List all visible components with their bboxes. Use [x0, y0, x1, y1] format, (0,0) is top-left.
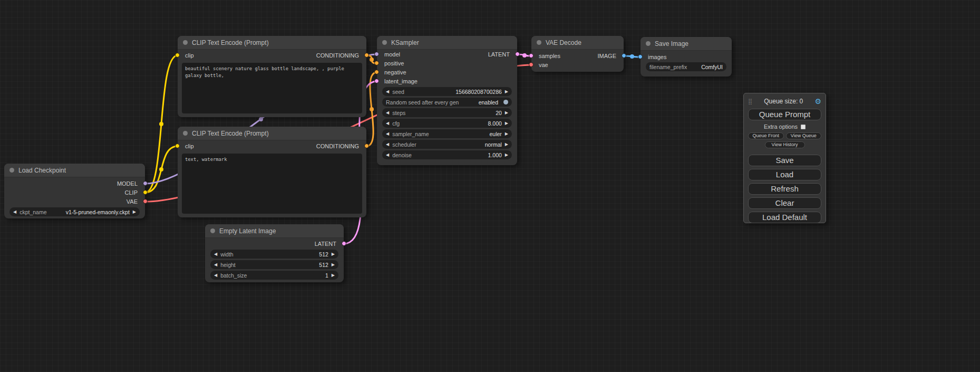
port-samples-input[interactable]: [529, 53, 533, 58]
port-vae-input[interactable]: [529, 62, 533, 67]
node-title-bar[interactable]: Load Checkpoint: [4, 164, 145, 177]
port-negative-input[interactable]: [374, 70, 379, 74]
node-title-bar[interactable]: VAE Decode: [531, 36, 624, 50]
increment-arrow-icon[interactable]: ▶: [505, 153, 508, 157]
steps-widget[interactable]: ◀ steps 20 ▶: [382, 108, 512, 117]
queue-prompt-button[interactable]: Queue Prompt: [748, 109, 821, 120]
port-conditioning-output[interactable]: [364, 53, 369, 58]
port-positive-input[interactable]: [374, 61, 379, 65]
decrement-arrow-icon[interactable]: ◀: [214, 263, 217, 267]
increment-arrow-icon[interactable]: ▶: [505, 132, 508, 136]
decrement-arrow-icon[interactable]: ◀: [386, 111, 389, 115]
node-clip-text-encode-positive[interactable]: CLIP Text Encode (Prompt) clip CONDITION…: [178, 36, 366, 117]
drag-handle-icon[interactable]: ⣿: [748, 98, 752, 105]
node-title-bar[interactable]: CLIP Text Encode (Prompt): [178, 127, 366, 140]
increment-arrow-icon[interactable]: ▶: [133, 210, 136, 214]
node-status-dot[interactable]: [9, 168, 14, 173]
denoise-widget[interactable]: ◀ denoise 1.000 ▶: [382, 150, 512, 159]
save-button[interactable]: Save: [748, 155, 821, 166]
widget-label: width: [220, 251, 234, 257]
node-title-bar[interactable]: KSampler: [377, 36, 517, 50]
node-title-bar[interactable]: CLIP Text Encode (Prompt): [178, 36, 366, 50]
node-title-bar[interactable]: Save Image: [641, 37, 732, 51]
output-slot-label-conditioning: CONDITIONING: [316, 143, 359, 149]
view-history-button[interactable]: View History: [765, 141, 805, 148]
increment-arrow-icon[interactable]: ▶: [505, 90, 508, 94]
decrement-arrow-icon[interactable]: ◀: [13, 210, 16, 214]
node-status-dot[interactable]: [210, 228, 215, 233]
seed-widget[interactable]: ◀ seed 156680208700286 ▶: [382, 87, 512, 96]
decrement-arrow-icon[interactable]: ◀: [386, 132, 389, 136]
port-latent-image-input[interactable]: [374, 79, 379, 83]
decrement-arrow-icon[interactable]: ◀: [386, 142, 389, 147]
increment-arrow-icon[interactable]: ▶: [505, 111, 508, 115]
port-model-output[interactable]: [143, 181, 148, 186]
input-slot-label-model: model: [384, 51, 400, 58]
decrement-arrow-icon[interactable]: ◀: [214, 252, 217, 256]
cfg-widget[interactable]: ◀ cfg 8.000 ▶: [382, 119, 512, 128]
node-save-image[interactable]: Save Image images filename_prefix ComfyU…: [641, 37, 732, 77]
decrement-arrow-icon[interactable]: ◀: [386, 121, 389, 126]
queue-front-button[interactable]: Queue Front: [748, 132, 784, 139]
link-midpoint-dot: [259, 117, 263, 121]
node-clip-text-encode-negative[interactable]: CLIP Text Encode (Prompt) clip CONDITION…: [178, 127, 366, 217]
port-clip-input[interactable]: [175, 53, 180, 58]
increment-arrow-icon[interactable]: ▶: [332, 273, 335, 278]
node-title: KSampler: [391, 39, 419, 46]
prompt-textarea[interactable]: beautiful scenery nature glass bottle la…: [182, 63, 362, 113]
input-slot-label-clip: clip: [185, 52, 194, 59]
filename-prefix-widget[interactable]: filename_prefix ComfyUI: [646, 62, 726, 71]
scheduler-widget[interactable]: ◀ scheduler normal ▶: [382, 140, 512, 149]
node-title-bar[interactable]: Empty Latent Image: [205, 224, 344, 238]
port-conditioning-output[interactable]: [364, 144, 369, 148]
port-latent-output[interactable]: [342, 241, 346, 246]
port-vae-output[interactable]: [143, 199, 148, 204]
increment-arrow-icon[interactable]: ▶: [332, 252, 335, 256]
clear-button[interactable]: Clear: [748, 197, 821, 209]
port-clip-output[interactable]: [143, 190, 148, 195]
port-model-input[interactable]: [374, 52, 379, 56]
port-image-output[interactable]: [622, 53, 626, 58]
output-slot-label-vae: VAE: [127, 198, 138, 205]
random-seed-toggle[interactable]: Random seed after every gen enabled: [382, 98, 512, 107]
node-status-dot[interactable]: [537, 40, 541, 45]
node-status-dot[interactable]: [183, 40, 188, 45]
increment-arrow-icon[interactable]: ▶: [505, 142, 508, 147]
decrement-arrow-icon[interactable]: ◀: [214, 273, 217, 278]
node-status-dot[interactable]: [183, 131, 188, 136]
port-images-input[interactable]: [638, 54, 643, 59]
batch-size-widget[interactable]: ◀ batch_size 1 ▶: [210, 271, 338, 280]
port-clip-input[interactable]: [175, 144, 180, 148]
node-load-checkpoint[interactable]: Load Checkpoint MODEL CLIP VAE ◀ ckpt_na…: [4, 164, 145, 218]
load-default-button[interactable]: Load Default: [748, 212, 821, 223]
increment-arrow-icon[interactable]: ▶: [505, 121, 508, 126]
link-midpoint-dot: [370, 107, 374, 111]
prompt-textarea[interactable]: text, watermark: [182, 154, 362, 214]
increment-arrow-icon[interactable]: ▶: [332, 263, 335, 267]
extra-options-checkbox[interactable]: [801, 125, 806, 129]
decrement-arrow-icon[interactable]: ◀: [386, 90, 389, 94]
width-widget[interactable]: ◀ width 512 ▶: [210, 250, 338, 259]
input-slot-label-clip: clip: [185, 143, 194, 149]
node-status-dot[interactable]: [646, 41, 651, 46]
node-vae-decode[interactable]: VAE Decode samples IMAGE vae: [531, 36, 624, 72]
view-queue-button[interactable]: View Queue: [786, 132, 822, 139]
refresh-button[interactable]: Refresh: [748, 183, 821, 195]
widget-value: enabled: [479, 99, 498, 106]
node-status-dot[interactable]: [382, 40, 387, 45]
decrement-arrow-icon[interactable]: ◀: [386, 153, 389, 157]
port-latent-output[interactable]: [515, 52, 520, 56]
node-empty-latent-image[interactable]: Empty Latent Image LATENT ◀ width 512 ▶ …: [205, 224, 344, 282]
toggle-dot[interactable]: [503, 100, 508, 104]
output-slot-label-conditioning: CONDITIONING: [316, 52, 359, 59]
widget-value: 1: [325, 272, 328, 279]
input-slot-label-images: images: [648, 54, 666, 60]
node-canvas[interactable]: Load Checkpoint MODEL CLIP VAE ◀ ckpt_na…: [0, 0, 980, 372]
gear-icon[interactable]: ⚙: [814, 98, 821, 105]
widget-value: normal: [485, 141, 502, 148]
sampler-name-widget[interactable]: ◀ sampler_name euler ▶: [382, 129, 512, 138]
load-button[interactable]: Load: [748, 169, 821, 180]
node-ksampler[interactable]: KSampler model LATENT positive negative …: [377, 36, 517, 165]
ckpt-name-widget[interactable]: ◀ ckpt_name v1-5-pruned-emaonly.ckpt ▶: [9, 207, 140, 216]
height-widget[interactable]: ◀ height 512 ▶: [210, 260, 338, 269]
